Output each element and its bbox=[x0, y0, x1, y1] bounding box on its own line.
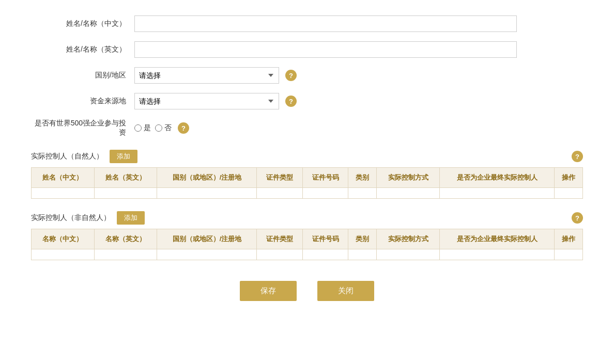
section2-table: 名称（中文） 名称（英文） 国别（或地区）/注册地 证件类型 证件号码 类别 实… bbox=[31, 229, 583, 260]
yes-radio-label[interactable]: 是 bbox=[134, 123, 151, 133]
no-radio-label[interactable]: 否 bbox=[155, 123, 172, 133]
fund-source-label: 资金来源地 bbox=[31, 97, 134, 106]
name-cn-input[interactable] bbox=[134, 15, 517, 32]
section2-col-cert-type: 证件类型 bbox=[257, 229, 302, 249]
fund-source-help-icon[interactable]: ? bbox=[285, 96, 297, 107]
fund-source-select[interactable]: 请选择 bbox=[134, 93, 279, 109]
country-help-icon[interactable]: ? bbox=[285, 70, 297, 81]
country-select[interactable]: 请选择 bbox=[134, 67, 279, 84]
section1-col-country: 国别（或地区）/注册地 bbox=[157, 168, 257, 188]
fortune500-row: 是否有世界500强企业参与投资 是 否 ? bbox=[31, 119, 583, 137]
section2-col-cert-no: 证件号码 bbox=[302, 229, 348, 249]
fortune500-radio-group: 是 否 bbox=[134, 123, 172, 133]
section1-col-cert-no: 证件号码 bbox=[302, 168, 348, 188]
no-label: 否 bbox=[164, 123, 172, 133]
name-en-input[interactable] bbox=[134, 41, 517, 58]
yes-label: 是 bbox=[144, 123, 151, 133]
section2-empty-row bbox=[32, 249, 583, 260]
section1-col-name-en: 姓名（英文） bbox=[94, 168, 157, 188]
section1-col-cert-type: 证件类型 bbox=[257, 168, 302, 188]
name-en-row: 姓名/名称（英文） bbox=[31, 41, 583, 58]
country-label: 国别/地区 bbox=[31, 71, 134, 80]
fortune500-help-icon[interactable]: ? bbox=[178, 122, 189, 134]
section1-add-button[interactable]: 添加 bbox=[110, 150, 137, 163]
section2-help-icon[interactable]: ? bbox=[572, 212, 583, 224]
yes-radio[interactable] bbox=[134, 124, 142, 132]
name-cn-row: 姓名/名称（中文） bbox=[31, 15, 583, 32]
section2-col-category: 类别 bbox=[348, 229, 377, 249]
footer-buttons: 保存 关闭 bbox=[31, 281, 583, 301]
name-cn-label: 姓名/名称（中文） bbox=[31, 19, 134, 28]
fortune500-label: 是否有世界500强企业参与投资 bbox=[31, 119, 134, 137]
section2-col-operation: 操作 bbox=[554, 229, 582, 249]
section1-empty-row bbox=[32, 188, 583, 199]
name-en-label: 姓名/名称（英文） bbox=[31, 45, 134, 54]
section1-col-name-cn: 姓名（中文） bbox=[32, 168, 95, 188]
close-button[interactable]: 关闭 bbox=[317, 281, 374, 301]
country-row: 国别/地区 请选择 ? bbox=[31, 67, 583, 84]
save-button[interactable]: 保存 bbox=[240, 281, 297, 301]
section2-col-name-cn: 名称（中文） bbox=[32, 229, 95, 249]
section2-add-button[interactable]: 添加 bbox=[117, 211, 145, 225]
section2-header: 实际控制人（非自然人） 添加 ? bbox=[31, 211, 583, 225]
fund-source-row: 资金来源地 请选择 ? bbox=[31, 93, 583, 109]
section1-col-control-method: 实际控制方式 bbox=[377, 168, 440, 188]
section2-col-country: 国别（或地区）/注册地 bbox=[157, 229, 257, 249]
section2-col-control-method: 实际控制方式 bbox=[377, 229, 440, 249]
section1-col-operation: 操作 bbox=[554, 168, 582, 188]
section2-col-is-ultimate: 是否为企业最终实际控制人 bbox=[440, 229, 555, 249]
section1-header: 实际控制人（自然人） 添加 ? bbox=[31, 150, 583, 163]
section1-col-is-ultimate: 是否为企业最终实际控制人 bbox=[440, 168, 555, 188]
section1-table: 姓名（中文） 姓名（英文） 国别（或地区）/注册地 证件类型 证件号码 类别 实… bbox=[31, 167, 583, 199]
section1-header-row: 姓名（中文） 姓名（英文） 国别（或地区）/注册地 证件类型 证件号码 类别 实… bbox=[32, 168, 583, 188]
section1-title: 实际控制人（自然人） bbox=[31, 152, 103, 161]
no-radio[interactable] bbox=[155, 124, 162, 132]
section1-col-category: 类别 bbox=[348, 168, 377, 188]
section2-title: 实际控制人（非自然人） bbox=[31, 213, 111, 223]
section2-header-row: 名称（中文） 名称（英文） 国别（或地区）/注册地 证件类型 证件号码 类别 实… bbox=[32, 229, 583, 249]
section2-col-name-en: 名称（英文） bbox=[94, 229, 157, 249]
section1-help-icon[interactable]: ? bbox=[572, 151, 583, 162]
form-container: 姓名/名称（中文） 姓名/名称（英文） 国别/地区 请选择 ? 资金来源地 请选… bbox=[31, 15, 583, 301]
